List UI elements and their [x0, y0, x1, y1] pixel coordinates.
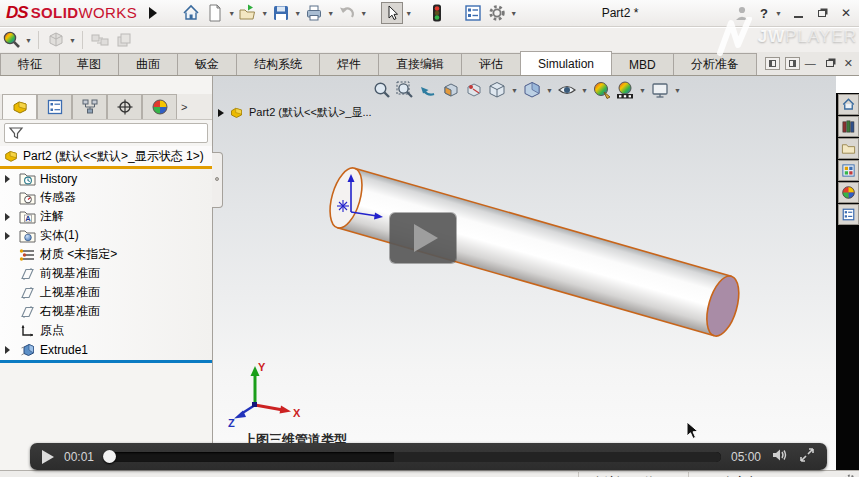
tab-mbd[interactable]: MBD: [611, 53, 674, 75]
rainbow-magnifier-icon[interactable]: [1, 29, 23, 51]
doc-minimize-button[interactable]: —: [805, 57, 816, 69]
help-dropdown-icon[interactable]: ▼: [774, 10, 783, 17]
play-button[interactable]: [42, 450, 54, 464]
view-orientation-dropdown-icon[interactable]: ▼: [510, 87, 519, 94]
tab-weldments[interactable]: 焊件: [319, 53, 379, 75]
doc-close-button[interactable]: ✕: [844, 57, 853, 70]
appearances-icon[interactable]: [838, 182, 859, 203]
expand-arrow-icon[interactable]: [5, 232, 10, 240]
menu-flyout-icon[interactable]: [149, 7, 157, 19]
propertymanager-icon[interactable]: [37, 94, 72, 119]
dimxpertmanager-icon[interactable]: [107, 94, 142, 119]
rollback-bar[interactable]: [0, 360, 212, 363]
open-dropdown-icon[interactable]: ▼: [260, 10, 269, 17]
print-icon[interactable]: [303, 2, 325, 24]
previous-view-icon[interactable]: [418, 80, 438, 100]
new-dropdown-icon[interactable]: ▼: [227, 10, 236, 17]
tree-item-front-plane[interactable]: 前视基准面: [0, 264, 212, 283]
view-cube-dropdown-icon[interactable]: ▼: [68, 37, 77, 44]
tree-item-material[interactable]: 材质 <未指定>: [0, 245, 212, 264]
resources-books-icon[interactable]: [838, 116, 859, 137]
tree-filter-input[interactable]: [4, 123, 208, 143]
video-play-overlay-button[interactable]: [390, 213, 456, 263]
close-button[interactable]: ✕: [837, 5, 855, 21]
status-gear-icon[interactable]: [843, 473, 857, 477]
tab-direct-editing[interactable]: 直接编辑: [378, 53, 462, 75]
feature-properties-icon[interactable]: [462, 2, 484, 24]
tab-structure-system[interactable]: 结构系统: [236, 53, 320, 75]
zoom-to-area-icon[interactable]: [395, 80, 415, 100]
hide-show-dropdown-icon[interactable]: ▼: [580, 87, 589, 94]
timeline-scrubber[interactable]: [104, 452, 721, 462]
tree-item-right-plane[interactable]: 右视基准面: [0, 302, 212, 321]
tab-evaluate[interactable]: 评估: [461, 53, 521, 75]
dynamic-annotation-views-icon[interactable]: [464, 80, 484, 100]
collapse-right-pane-icon[interactable]: [785, 57, 800, 70]
doc-restore-button[interactable]: [821, 55, 839, 71]
scrubber-knob[interactable]: [103, 450, 116, 463]
undo-icon[interactable]: [336, 2, 358, 24]
save-dropdown-icon[interactable]: ▼: [293, 10, 302, 17]
minimize-button[interactable]: [789, 5, 807, 21]
view-cube-icon[interactable]: [45, 29, 67, 51]
design-library-icon[interactable]: [838, 160, 859, 181]
graphics-viewport[interactable]: [213, 76, 836, 470]
help-icon[interactable]: ?: [760, 6, 768, 21]
expand-arrow-icon[interactable]: [5, 213, 10, 221]
collapse-left-pane-icon[interactable]: [765, 57, 780, 70]
save-icon[interactable]: [270, 2, 292, 24]
tree-item-sensors[interactable]: 传感器: [0, 188, 212, 207]
tree-item-solid-bodies[interactable]: 实体(1): [0, 226, 212, 245]
tab-features[interactable]: 特征: [0, 53, 60, 75]
magnifier-dropdown-icon[interactable]: ▼: [24, 37, 33, 44]
tab-sheet-metal[interactable]: 钣金: [177, 53, 237, 75]
tree-item-history[interactable]: History: [0, 169, 212, 188]
interface-traffic-light-icon[interactable]: [426, 2, 448, 24]
display-style-icon[interactable]: [522, 80, 542, 100]
options-gear-icon[interactable]: [486, 2, 508, 24]
select-dropdown-icon[interactable]: ▼: [404, 10, 413, 17]
restore-button[interactable]: [813, 5, 831, 21]
zoom-to-fit-icon[interactable]: [372, 80, 392, 100]
tab-analysis-preparation[interactable]: 分析准备: [673, 53, 757, 75]
select-cursor-icon[interactable]: [381, 2, 403, 24]
undo-dropdown-icon[interactable]: ▼: [359, 10, 368, 17]
stacked-views-icon[interactable]: [113, 29, 135, 51]
fullscreen-icon[interactable]: [799, 447, 815, 467]
displaymanager-icon[interactable]: [142, 94, 177, 119]
view-orientation-icon[interactable]: [487, 80, 507, 100]
expand-arrow-icon[interactable]: [5, 175, 10, 183]
tab-sketch[interactable]: 草图: [59, 53, 119, 75]
tree-item-extrude1[interactable]: Extrude1: [0, 340, 212, 359]
home-icon[interactable]: [838, 94, 859, 115]
volume-icon[interactable]: [771, 447, 789, 467]
new-document-icon[interactable]: [204, 2, 226, 24]
viewport-breadcrumb[interactable]: Part2 (默认<<默认>_显...: [218, 105, 372, 120]
file-explorer-folder-icon[interactable]: [838, 138, 859, 159]
tree-item-top-plane[interactable]: 上视基准面: [0, 283, 212, 302]
panel-tabs-overflow-icon[interactable]: >: [181, 101, 187, 113]
options-dropdown-icon[interactable]: ▼: [509, 10, 518, 17]
user-account-icon[interactable]: [731, 2, 753, 24]
tree-item-origin[interactable]: 原点: [0, 321, 212, 340]
breadcrumb-flyout-icon[interactable]: [218, 109, 224, 117]
open-icon[interactable]: [237, 2, 259, 24]
tree-root-item[interactable]: Part2 (默认<<默认>_显示状态 1>): [0, 146, 212, 166]
linked-views-icon[interactable]: [89, 29, 111, 51]
display-style-dropdown-icon[interactable]: ▼: [545, 87, 554, 94]
section-view-icon[interactable]: [441, 80, 461, 100]
tab-surfaces[interactable]: 曲面: [118, 53, 178, 75]
tree-item-annotations[interactable]: A 注解: [0, 207, 212, 226]
panel-splitter-handle[interactable]: [212, 152, 223, 208]
apply-scene-icon[interactable]: [615, 80, 635, 100]
home-icon[interactable]: [180, 2, 202, 24]
view-settings-icon[interactable]: [650, 80, 670, 100]
custom-properties-icon[interactable]: [838, 204, 859, 225]
expand-arrow-icon[interactable]: [5, 346, 10, 354]
apply-scene-dropdown-icon[interactable]: ▼: [638, 87, 647, 94]
print-dropdown-icon[interactable]: ▼: [326, 10, 335, 17]
featuremanager-tree-icon[interactable]: [2, 94, 37, 119]
edit-appearance-icon[interactable]: [592, 80, 612, 100]
view-settings-dropdown-icon[interactable]: ▼: [673, 87, 682, 94]
configurationmanager-icon[interactable]: [72, 94, 107, 119]
